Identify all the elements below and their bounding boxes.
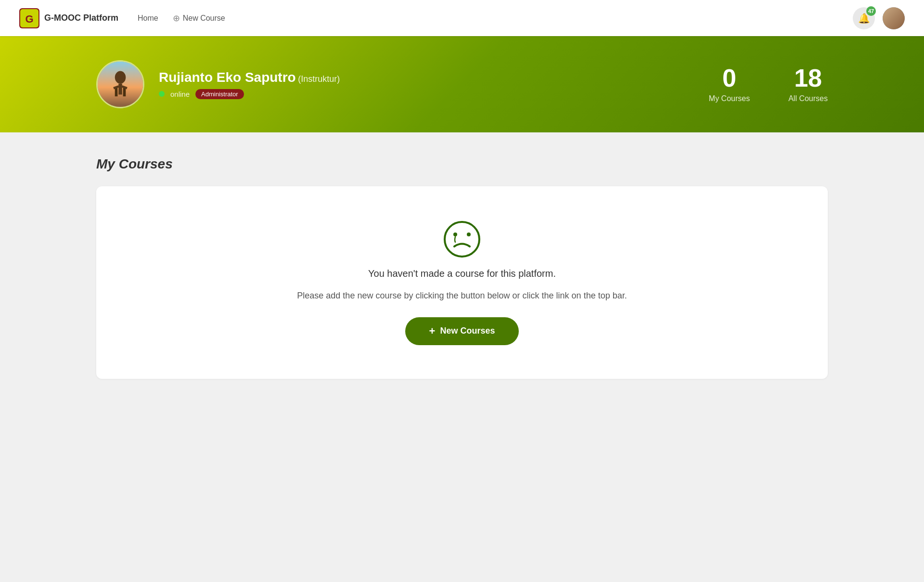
notification-button[interactable]: 🔔 47 (853, 7, 875, 29)
plus-icon: + (429, 325, 436, 337)
brand: G G-MOOC Platform (19, 8, 118, 28)
hero-stats: 0 My Courses 18 All Courses (709, 65, 828, 103)
navbar-links: Home ⊕ New Course (138, 13, 853, 24)
svg-point-10 (445, 222, 479, 257)
online-status-dot (159, 91, 165, 97)
my-courses-stat: 0 My Courses (709, 65, 750, 103)
avatar (883, 7, 905, 29)
all-courses-count: 18 (788, 65, 828, 91)
user-details: Rujianto Eko Saputro (Instruktur) online… (159, 70, 340, 99)
online-text: online (170, 90, 190, 98)
svg-point-4 (115, 71, 126, 84)
all-courses-label: All Courses (788, 94, 828, 103)
my-courses-count: 0 (709, 65, 750, 91)
navbar: G G-MOOC Platform Home ⊕ New Course 🔔 47 (0, 0, 924, 36)
avatar-image (98, 62, 143, 107)
all-courses-stat: 18 All Courses (788, 65, 828, 103)
new-courses-button[interactable]: + New Courses (405, 317, 519, 345)
new-course-link[interactable]: ⊕ New Course (173, 13, 225, 24)
svg-point-11 (453, 233, 457, 236)
hero-user-info: Rujianto Eko Saputro (Instruktur) online… (96, 60, 340, 108)
brand-name: G-MOOC Platform (44, 13, 118, 23)
svg-point-12 (467, 233, 471, 236)
user-avatar (96, 60, 144, 108)
hero-banner: Rujianto Eko Saputro (Instruktur) online… (0, 36, 924, 132)
svg-text:G: G (25, 13, 33, 25)
empty-message-primary: You haven't made a course for this platf… (368, 268, 556, 279)
notification-badge: 47 (866, 6, 876, 16)
main-content: My Courses You haven't made a course for… (0, 132, 924, 403)
navbar-right: 🔔 47 (853, 7, 905, 29)
user-avatar-button[interactable] (883, 7, 905, 29)
admin-badge: Administrator (195, 89, 244, 99)
plus-circle-icon: ⊕ (173, 13, 180, 24)
home-link[interactable]: Home (138, 14, 158, 23)
section-title: My Courses (96, 156, 828, 172)
empty-message-secondary: Please add the new course by clicking th… (297, 289, 627, 303)
new-courses-button-label: New Courses (440, 326, 495, 336)
brand-logo-icon: G (19, 8, 39, 28)
empty-courses-card: You haven't made a course for this platf… (96, 186, 828, 379)
sad-face-icon (443, 220, 481, 259)
svg-rect-5 (118, 84, 122, 95)
user-status-row: online Administrator (159, 89, 340, 99)
user-name: Rujianto Eko Saputro (159, 70, 296, 85)
my-courses-label: My Courses (709, 94, 750, 103)
user-name-row: Rujianto Eko Saputro (Instruktur) (159, 70, 340, 85)
user-role: (Instruktur) (298, 74, 340, 84)
